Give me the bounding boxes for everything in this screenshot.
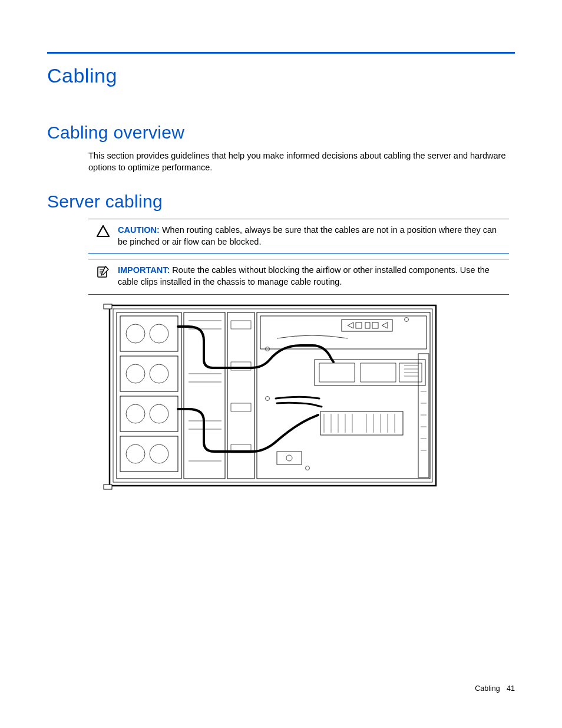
- svg-rect-6: [120, 396, 178, 431]
- svg-point-9: [150, 324, 168, 343]
- caution-body: When routing cables, always be sure that…: [118, 225, 497, 246]
- page-title: Cabling: [47, 64, 515, 87]
- svg-point-12: [126, 404, 145, 423]
- overview-heading: Cabling overview: [47, 123, 515, 143]
- important-block: IMPORTANT: Route the cables without bloc…: [88, 259, 509, 295]
- svg-rect-43: [418, 354, 429, 477]
- important-body: Route the cables without blocking the ai…: [118, 265, 490, 286]
- caution-label: CAUTION:: [118, 225, 160, 235]
- server-cabling-heading: Server cabling: [47, 192, 515, 212]
- svg-rect-34: [372, 322, 378, 328]
- caution-block: CAUTION: When routing cables, always be …: [88, 219, 509, 255]
- svg-rect-2: [113, 309, 432, 482]
- svg-rect-32: [356, 322, 362, 328]
- footer-section: Cabling: [475, 684, 500, 693]
- svg-rect-36: [319, 363, 355, 382]
- svg-rect-5: [120, 356, 178, 391]
- svg-point-10: [126, 364, 145, 383]
- server-cabling-diagram: [100, 303, 515, 492]
- svg-point-15: [150, 444, 168, 463]
- svg-point-13: [150, 404, 168, 423]
- svg-rect-30: [260, 316, 427, 349]
- svg-point-65: [405, 317, 409, 321]
- svg-rect-1: [110, 305, 436, 486]
- important-label: IMPORTANT:: [118, 265, 170, 275]
- svg-rect-4: [120, 316, 178, 351]
- important-icon: [88, 264, 118, 278]
- svg-rect-25: [231, 321, 251, 329]
- svg-point-11: [150, 364, 168, 383]
- caution-icon: [88, 224, 118, 237]
- svg-point-8: [126, 324, 145, 343]
- svg-rect-27: [231, 403, 251, 411]
- svg-rect-37: [361, 363, 396, 382]
- top-rule: [47, 52, 515, 54]
- page-footer: Cabling 41: [475, 684, 515, 693]
- svg-rect-24: [227, 312, 254, 479]
- svg-rect-68: [104, 485, 112, 489]
- caution-text: CAUTION: When routing cables, always be …: [118, 224, 509, 248]
- svg-rect-50: [320, 411, 403, 435]
- svg-rect-61: [277, 452, 302, 465]
- svg-rect-3: [117, 312, 181, 479]
- svg-point-63: [266, 396, 270, 400]
- svg-point-66: [306, 466, 310, 470]
- footer-page-number: 41: [507, 684, 515, 693]
- important-text: IMPORTANT: Route the cables without bloc…: [118, 264, 509, 288]
- svg-rect-7: [120, 436, 178, 472]
- svg-point-62: [286, 455, 292, 461]
- svg-rect-67: [104, 304, 112, 309]
- overview-paragraph: This section provides guidelines that he…: [88, 150, 513, 174]
- svg-rect-31: [342, 319, 392, 331]
- svg-point-14: [126, 444, 145, 463]
- svg-rect-33: [365, 322, 370, 328]
- page-content: Cabling Cabling overview This section pr…: [0, 0, 562, 728]
